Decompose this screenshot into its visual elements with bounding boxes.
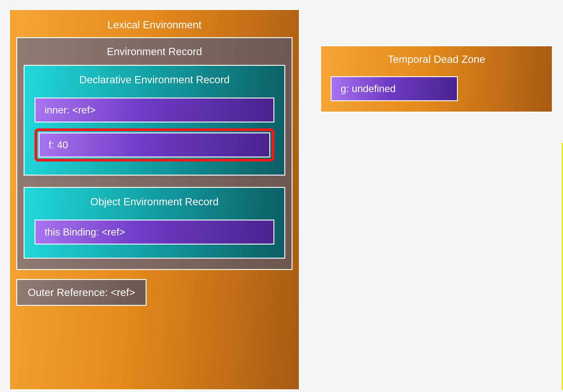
object-record-title: Object Environment Record xyxy=(35,191,274,216)
binding-entry: inner: <ref> xyxy=(35,98,274,122)
binding-entry: g: undefined xyxy=(331,76,458,101)
binding-entry-highlighted: f: 40 xyxy=(38,133,270,158)
environment-record-title: Environment Record xyxy=(24,42,285,65)
declarative-record-title: Declarative Environment Record xyxy=(35,69,274,93)
diagram-canvas: Lexical Environment Environment Record D… xyxy=(0,0,563,392)
edge-artifact xyxy=(562,143,563,390)
highlight-frame: f: 40 xyxy=(35,128,274,161)
temporal-dead-zone-title: Temporal Dead Zone xyxy=(331,50,542,72)
object-record-box: Object Environment Record this Binding: … xyxy=(24,187,285,259)
environment-record-box: Environment Record Declarative Environme… xyxy=(16,37,293,270)
binding-entry: this Binding: <ref> xyxy=(35,220,274,245)
declarative-record-box: Declarative Environment Record inner: <r… xyxy=(24,65,285,176)
lexical-environment-title: Lexical Environment xyxy=(16,14,293,37)
outer-reference-box: Outer Reference: <ref> xyxy=(16,279,146,306)
temporal-dead-zone-box: Temporal Dead Zone g: undefined xyxy=(320,45,553,112)
lexical-environment-box: Lexical Environment Environment Record D… xyxy=(9,9,300,390)
